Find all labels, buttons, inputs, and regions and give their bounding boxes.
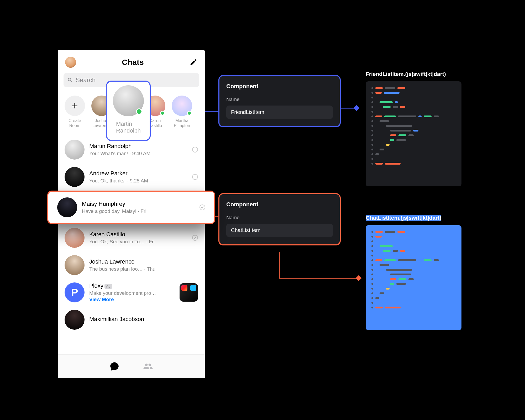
avatar xyxy=(65,140,85,160)
compose-button[interactable] xyxy=(190,58,197,66)
online-indicator xyxy=(136,108,142,115)
component-name-input[interactable]: FriendListItem xyxy=(226,106,333,119)
chat-item-ploxy-ad[interactable]: P PloxyAd Make your development pro… Vie… xyxy=(60,279,202,306)
chat-item-maximillian[interactable]: Maximillian Jacobson xyxy=(60,306,202,333)
chat-list: Martin Randolph You: What's man! · 9:40 … xyxy=(58,136,205,333)
avatar xyxy=(65,255,85,275)
delivered-icon xyxy=(200,204,205,210)
connector-diamond-blue xyxy=(354,105,360,111)
story-martha[interactable]: Martha Plimpton xyxy=(170,96,194,128)
code-preview-friend xyxy=(366,81,461,186)
avatar: P xyxy=(65,282,85,302)
file-label-friend: FriendListItem.(js|swift|kt|dart) xyxy=(366,71,446,77)
bottom-nav xyxy=(58,354,205,378)
online-indicator xyxy=(160,111,165,116)
chats-tab-icon[interactable] xyxy=(109,361,119,371)
avatar xyxy=(65,167,85,187)
create-room-button[interactable]: + Create Room xyxy=(63,96,87,128)
online-indicator xyxy=(187,111,192,116)
chat-item-andrew[interactable]: Andrew Parker You: Ok, thanks! · 9:25 AM xyxy=(60,163,202,191)
file-label-chat: ChatListItem.(js|swift|kt|dart) xyxy=(366,215,441,221)
friend-list-item-highlighted[interactable]: Martin Randolph xyxy=(106,81,151,141)
people-tab-icon[interactable] xyxy=(143,361,153,371)
chat-item-karen[interactable]: Karen Castillo You: Ok, See you in To… ·… xyxy=(60,224,202,251)
panel-field-label: Name xyxy=(226,97,333,102)
compose-icon xyxy=(190,58,197,66)
delivered-icon xyxy=(192,235,198,241)
search-icon xyxy=(67,77,73,83)
chat-item-joshua[interactable]: Joshua Lawrence The business plan loo… ·… xyxy=(60,251,202,279)
avatar xyxy=(65,228,85,248)
component-panel-friend: Component Name FriendListItem xyxy=(218,75,341,127)
view-more-link[interactable]: View More xyxy=(89,297,175,302)
panel-field-label: Name xyxy=(226,215,333,220)
avatar xyxy=(65,310,85,330)
avatar xyxy=(57,197,77,217)
plus-icon: + xyxy=(65,96,85,116)
page-title: Chats xyxy=(122,58,144,67)
read-status-icon xyxy=(192,174,198,180)
panel-title: Component xyxy=(226,201,333,208)
avatar xyxy=(113,85,144,116)
ad-badge: Ad xyxy=(104,284,112,289)
chat-item-maisy-highlighted[interactable]: Maisy Humphrey Have a good day, Maisy! ·… xyxy=(47,191,215,224)
component-panel-chat: Component Name ChatListItem xyxy=(218,193,341,245)
component-name-input[interactable]: ChatListItem xyxy=(226,224,333,237)
ad-thumbnail xyxy=(180,283,198,302)
search-placeholder: Search xyxy=(76,76,96,84)
panel-title: Component xyxy=(226,83,333,90)
connector-diamond-orange xyxy=(356,275,362,281)
code-preview-chat xyxy=(366,225,461,330)
profile-avatar[interactable] xyxy=(65,57,76,68)
read-status-icon xyxy=(192,147,198,153)
